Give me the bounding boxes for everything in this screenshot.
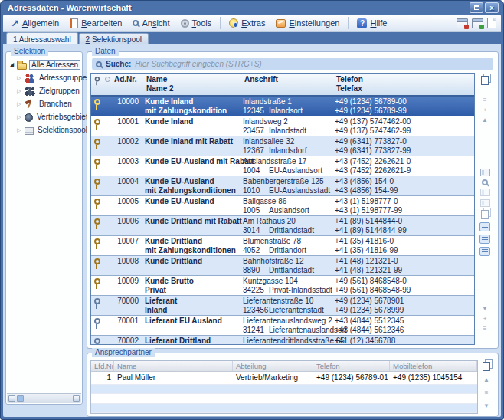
key-icon bbox=[93, 278, 100, 289]
menu-item-tools[interactable]: Tools bbox=[176, 17, 217, 29]
selection-tree: ◢ Alle Adressen ▷ Adressgruppen ▷ Zielgr… bbox=[6, 52, 82, 138]
address-row[interactable]: 10003 Kunde EU-Ausland mit Rabatt Auslan… bbox=[91, 156, 474, 176]
import-grid-icon[interactable] bbox=[472, 18, 483, 28]
menu-separator bbox=[220, 17, 221, 29]
contacts-empty-row[interactable] bbox=[91, 394, 477, 403]
card-view-icon[interactable] bbox=[480, 169, 490, 176]
address-row[interactable]: 10006 Kunde Drittland mit Rabatt Am Rath… bbox=[91, 216, 474, 236]
tree-item-vertriebsgebiete[interactable]: ▷ Vertriebsgebiete bbox=[8, 110, 80, 123]
close-button[interactable]: x bbox=[485, 2, 499, 13]
menu-item-allgemein[interactable]: ↗ Allgemein bbox=[6, 17, 64, 30]
contacts-side-toolbar: ▲ ≡ ▼ bbox=[478, 360, 495, 414]
address-row[interactable]: 70002 Lieferant Drittland Lieferantendri… bbox=[91, 336, 474, 344]
contacts-copy-grid-icon[interactable] bbox=[483, 362, 490, 371]
expander-icon[interactable]: ▷ bbox=[16, 114, 22, 120]
content-area: Selektion ◢ Alle Adressen ▷ Adressgruppe… bbox=[3, 44, 501, 417]
scroll-last-icon[interactable]: ≡ bbox=[483, 324, 487, 333]
contacts-panel-title: Ansprechpartner bbox=[92, 348, 155, 357]
people2-icon bbox=[25, 73, 35, 83]
title-bar[interactable]: Adressdaten - Warenwirtschaft x bbox=[3, 1, 501, 15]
tree-footer-bar bbox=[7, 393, 81, 403]
address-row[interactable]: 70001 Lieferant EU Ausland Lieferantenau… bbox=[91, 316, 474, 336]
tree-item-branchen[interactable]: ▷ Branchen bbox=[8, 97, 80, 110]
search-input[interactable]: Hier Suchbegriff eingeben (STRG+S) bbox=[135, 60, 261, 68]
menu-item-einstellungen[interactable]: Einstellungen bbox=[271, 17, 344, 29]
menu-item-extras[interactable]: Extras bbox=[224, 17, 270, 29]
address-row[interactable]: 10005 Kunde EU-Ausland Ballgasse 86 1005… bbox=[91, 196, 474, 216]
menu-item-bearbeiten[interactable]: Bearbeiten bbox=[65, 17, 126, 30]
key-icon bbox=[93, 298, 100, 309]
insert-row-icon[interactable]: + bbox=[483, 106, 487, 114]
tab-2[interactable]: 2 Selektionspool bbox=[79, 33, 149, 44]
help-icon: ? bbox=[357, 18, 367, 28]
scroll-up-icon[interactable]: ▲ bbox=[482, 116, 488, 124]
column-adnr[interactable]: Ad.Nr. bbox=[113, 74, 145, 95]
new-document-icon[interactable] bbox=[487, 18, 496, 28]
tab-1[interactable]: 1 Adressauswahl bbox=[6, 32, 78, 44]
key-icon bbox=[93, 139, 100, 149]
menu-item-hilfe[interactable]: ? Hilfe bbox=[352, 17, 391, 30]
contact-row[interactable]: 1 Paul Müller Vertrieb/Marketing +49 (12… bbox=[91, 372, 477, 385]
menu-bar: ↗ Allgemein Bearbeiten Ansicht Tools Ext… bbox=[3, 15, 501, 32]
contacts-empty-row[interactable] bbox=[91, 404, 477, 413]
tree-footer-icon-3[interactable] bbox=[73, 395, 80, 402]
list-view-icon-3[interactable] bbox=[479, 247, 490, 256]
scroll-first-icon[interactable]: ≡ bbox=[483, 96, 487, 104]
filter-view-icon[interactable] bbox=[480, 199, 490, 207]
hammer-icon bbox=[25, 99, 35, 109]
contacts-column-mobiltelefon: Mobiltelefon bbox=[390, 361, 477, 371]
magnifier-icon bbox=[133, 20, 139, 26]
contacts-scroll-up-icon[interactable]: ▲ bbox=[483, 376, 489, 384]
key-icon bbox=[93, 318, 100, 329]
settings-icon bbox=[276, 19, 286, 28]
copy-grid-icon[interactable] bbox=[481, 76, 489, 85]
contacts-column-abteilung: Abteilung bbox=[233, 361, 313, 371]
address-row[interactable]: 10009 Kunde Brutto Privat Kuntzgasse 104… bbox=[91, 276, 474, 296]
tree-item-alle-adressen[interactable]: ◢ Alle Adressen bbox=[8, 58, 80, 71]
contacts-scroll-down-icon[interactable]: ▼ bbox=[483, 402, 489, 410]
address-row[interactable]: 10000 Kunde Inland mit Zahlungskondition… bbox=[91, 97, 474, 116]
address-table-wrap: Ad.Nr. Name Name 2 Anschrift Telefon Tel… bbox=[90, 73, 495, 345]
address-row[interactable]: 10008 Kunde Drittland Bahnhofstraße 12 8… bbox=[91, 256, 474, 276]
extras-icon bbox=[229, 18, 238, 28]
expander-icon[interactable]: ▷ bbox=[16, 75, 22, 81]
tree-item-selektionspools[interactable]: ▷ Selektionspools bbox=[8, 123, 80, 136]
address-row[interactable]: 10004 Kunde EU-Ausland mit Zahlungskondi… bbox=[91, 176, 474, 196]
address-row[interactable]: 70000 Lieferant Inland Lieferantenstraße… bbox=[91, 296, 474, 316]
export-grid-icon[interactable] bbox=[457, 18, 468, 28]
address-row[interactable]: 10001 Kunde Inland Inlandsweg 2 23457Inl… bbox=[91, 116, 474, 136]
column-telefon[interactable]: Telefon Telefax bbox=[335, 74, 474, 95]
tree-footer-icon-1[interactable] bbox=[8, 395, 15, 402]
tree-footer-icon-2[interactable] bbox=[17, 395, 24, 402]
list-view-icon-2[interactable] bbox=[479, 235, 490, 244]
scroll-down-icon[interactable]: ▼ bbox=[482, 304, 488, 313]
append-row-icon[interactable]: + bbox=[483, 314, 487, 323]
selection-panel-title: Selektion bbox=[11, 47, 48, 56]
contacts-resize-icon[interactable]: ≡ bbox=[485, 389, 489, 397]
expander-icon[interactable]: ◢ bbox=[8, 61, 15, 68]
arrow-icon: ↗ bbox=[11, 18, 19, 28]
detail-view-icon[interactable] bbox=[480, 189, 490, 196]
data-panel: Daten Suche: Hier Suchbegriff eingeben (… bbox=[87, 51, 499, 349]
expander-icon[interactable]: ▷ bbox=[16, 127, 22, 133]
duplicate-view-icon[interactable] bbox=[481, 210, 489, 219]
tree-item-zielgruppen[interactable]: ▷ Zielgruppen bbox=[8, 84, 80, 97]
contacts-table-body: 1 Paul Müller Vertrieb/Marketing +49 (12… bbox=[91, 372, 477, 385]
contacts-empty-row[interactable] bbox=[91, 385, 477, 394]
zoom-icon[interactable] bbox=[482, 179, 488, 185]
search-bar[interactable]: Suche: Hier Suchbegriff eingeben (STRG+S… bbox=[92, 58, 493, 70]
contacts-table-header[interactable]: Lfd.Nr. Name Abteilung Telefon Mobiltele… bbox=[91, 361, 477, 372]
tree-item-adressgruppen[interactable]: ▷ Adressgruppen bbox=[8, 71, 80, 84]
column-name[interactable]: Name Name 2 bbox=[145, 74, 243, 95]
status-column-icon bbox=[105, 77, 110, 82]
expander-icon[interactable]: ▷ bbox=[16, 101, 22, 107]
address-row[interactable]: 10002 Kunde Inland mit Rabatt Inlandsall… bbox=[91, 136, 474, 156]
menu-item-ansicht[interactable]: Ansicht bbox=[128, 17, 174, 29]
column-anschrift[interactable]: Anschrift bbox=[243, 74, 335, 95]
restore-button[interactable] bbox=[470, 2, 483, 13]
address-row[interactable]: 10007 Kunde Drittland mit Zahlungskondit… bbox=[91, 236, 474, 256]
list-view-icon-1[interactable] bbox=[479, 222, 490, 231]
right-column: Daten Suche: Hier Suchbegriff eingeben (… bbox=[87, 51, 499, 415]
address-table-header[interactable]: Ad.Nr. Name Name 2 Anschrift Telefon Tel… bbox=[91, 74, 474, 97]
expander-icon[interactable]: ▷ bbox=[16, 88, 22, 94]
